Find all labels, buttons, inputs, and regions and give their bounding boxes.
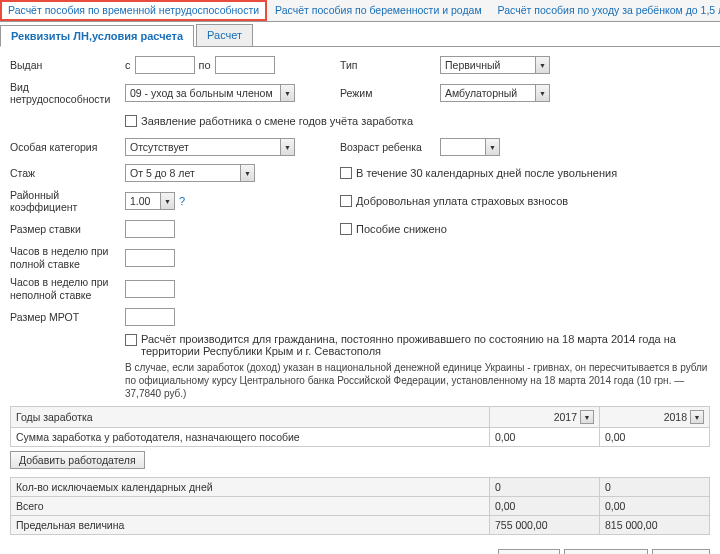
sum-label: Сумма заработка у работодателя, назначаю…	[11, 428, 490, 447]
type-value: Первичный	[441, 59, 504, 71]
type-label: Тип	[340, 59, 440, 71]
print-button[interactable]: Печать	[498, 549, 560, 554]
table-row: Предельная величина 755 000,00 815 000,0…	[11, 516, 710, 535]
mode-value: Амбулаторный	[441, 87, 521, 99]
hourspart-input[interactable]	[125, 280, 175, 298]
mode-label: Режим	[340, 87, 440, 99]
ex2: 0	[600, 478, 710, 497]
special-label: Особая категория	[10, 141, 125, 153]
chevron-down-icon[interactable]: ▼	[240, 165, 254, 181]
table-row: Годы заработка 2017▼ 2018▼	[11, 407, 710, 428]
table-row: Всего 0,00 0,00	[11, 497, 710, 516]
chevron-down-icon[interactable]: ▼	[485, 139, 499, 155]
childage-select[interactable]: ▼	[440, 138, 500, 156]
tab-bar: Реквизиты ЛН,условия расчета Расчет	[0, 24, 720, 47]
next-button[interactable]: Далее	[652, 549, 710, 554]
tot2: 0,00	[600, 497, 710, 516]
lim1: 755 000,00	[490, 516, 600, 535]
date-from-input[interactable]	[135, 56, 195, 74]
hoursfull-label: Часов в неделю при полной ставке	[10, 245, 125, 270]
totals-table: Кол-во исключаемых календарных дней 0 0 …	[10, 477, 710, 535]
crimea-checkbox[interactable]	[125, 334, 137, 346]
stage-value: От 5 до 8 лет	[126, 167, 199, 179]
uah-note: В случае, если заработок (доход) указан …	[125, 361, 710, 400]
chevron-down-icon[interactable]: ▼	[580, 410, 594, 424]
chevron-down-icon[interactable]: ▼	[160, 193, 174, 209]
childage-label: Возраст ребенка	[340, 141, 440, 153]
change-years-label: Заявление работника о смене годов учёта …	[141, 115, 413, 127]
ratesize-input[interactable]	[125, 220, 175, 238]
type-select[interactable]: Первичный ▼	[440, 56, 550, 74]
limit-label: Предельная величина	[11, 516, 490, 535]
form-area: Выдан с по Тип Первичный ▼ Вид нетрудосп…	[0, 47, 720, 543]
year2: 2018	[664, 411, 687, 423]
table-row: Сумма заработка у работодателя, назначаю…	[11, 428, 710, 447]
ratesize-label: Размер ставки	[10, 223, 125, 235]
earnings-table: Годы заработка 2017▼ 2018▼ Сумма заработ…	[10, 406, 710, 447]
top-nav: Расчёт пособия по временной нетрудоспосо…	[0, 0, 720, 22]
hoursfull-input[interactable]	[125, 249, 175, 267]
chevron-down-icon[interactable]: ▼	[280, 139, 294, 155]
chevron-down-icon[interactable]: ▼	[690, 410, 704, 424]
voluntary-checkbox[interactable]	[340, 195, 352, 207]
add-employer-button[interactable]: Добавить работодателя	[10, 451, 145, 469]
tab-calc[interactable]: Расчет	[196, 24, 253, 46]
within30-checkbox[interactable]	[340, 167, 352, 179]
reduced-label: Пособие снижено	[356, 223, 447, 235]
regioncoef-select[interactable]: 1.00 ▼	[125, 192, 175, 210]
to-label: по	[199, 59, 211, 71]
distype-select[interactable]: 09 - уход за больным членом ▼	[125, 84, 295, 102]
regioncoef-value: 1.00	[126, 195, 154, 207]
nav-maternity[interactable]: Расчёт пособия по беременности и родам	[267, 0, 490, 21]
tot1: 0,00	[490, 497, 600, 516]
calculate-button[interactable]: Рассчитать	[564, 549, 647, 554]
change-years-checkbox[interactable]	[125, 115, 137, 127]
chevron-down-icon[interactable]: ▼	[535, 57, 549, 73]
stage-label: Стаж	[10, 167, 125, 179]
help-link[interactable]: ?	[179, 195, 185, 207]
special-value: Отсутствует	[126, 141, 193, 153]
chevron-down-icon[interactable]: ▼	[280, 85, 294, 101]
year1: 2017	[554, 411, 577, 423]
voluntary-label: Добровольная уплата страховых взносов	[356, 195, 568, 207]
within30-label: В течение 30 календарных дней после увол…	[356, 167, 617, 179]
date-to-input[interactable]	[215, 56, 275, 74]
chevron-down-icon[interactable]: ▼	[535, 85, 549, 101]
distype-label: Вид нетрудоспособности	[10, 81, 125, 105]
mode-select[interactable]: Амбулаторный ▼	[440, 84, 550, 102]
nav-childcare[interactable]: Расчёт пособия по уходу за ребёнком до 1…	[490, 0, 720, 21]
mrot-input[interactable]	[125, 308, 175, 326]
distype-value: 09 - уход за больным членом	[126, 87, 277, 99]
excluded-label: Кол-во исключаемых календарных дней	[11, 478, 490, 497]
sum1-cell[interactable]: 0,00	[490, 428, 600, 447]
stage-select[interactable]: От 5 до 8 лет ▼	[125, 164, 255, 182]
reduced-checkbox[interactable]	[340, 223, 352, 235]
total-label: Всего	[11, 497, 490, 516]
mrot-label: Размер МРОТ	[10, 311, 125, 323]
issued-label: Выдан	[10, 59, 125, 71]
crimea-label: Расчёт производится для гражданина, пост…	[141, 333, 710, 357]
nav-disability[interactable]: Расчёт пособия по временной нетрудоспосо…	[0, 0, 267, 21]
footer-buttons: Печать Рассчитать Далее	[0, 543, 720, 554]
table-row: Кол-во исключаемых календарных дней 0 0	[11, 478, 710, 497]
lim2: 815 000,00	[600, 516, 710, 535]
from-label: с	[125, 59, 131, 71]
sum2-cell[interactable]: 0,00	[600, 428, 710, 447]
ex1: 0	[490, 478, 600, 497]
tab-details[interactable]: Реквизиты ЛН,условия расчета	[0, 25, 194, 47]
regioncoef-label: Районный коэффициент	[10, 189, 125, 213]
years-label: Годы заработка	[11, 407, 490, 428]
hourspart-label: Часов в неделю при неполной ставке	[10, 276, 125, 301]
special-select[interactable]: Отсутствует ▼	[125, 138, 295, 156]
